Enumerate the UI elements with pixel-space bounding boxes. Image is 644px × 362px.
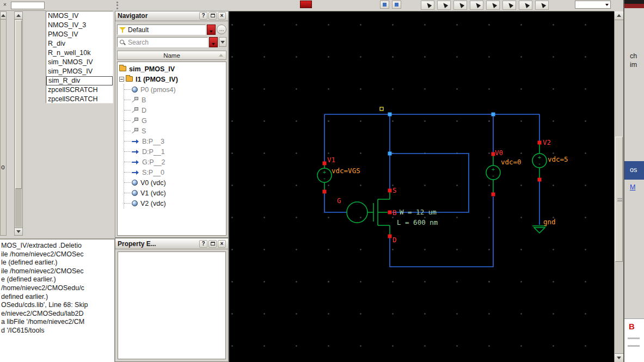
search-combo[interactable]: Search — [117, 37, 208, 47]
scrollbar-thumb[interactable] — [15, 20, 22, 189]
cursor-tool-button[interactable] — [502, 1, 516, 10]
scroll-up-button[interactable] — [1, 12, 6, 20]
tree-item[interactable]: V0 (vdc) — [124, 177, 226, 188]
folder-icon — [126, 76, 133, 82]
tree-item-label: sim_PMOS_IV — [129, 65, 175, 73]
link-fragment[interactable]: M — [630, 183, 635, 191]
pin-icon — [132, 97, 139, 103]
cell-list-item[interactable]: R_div — [46, 39, 113, 48]
close-button[interactable]: × — [218, 12, 226, 20]
tree-item[interactable]: S — [124, 126, 226, 136]
schematic-canvas[interactable]: + - + - + - — [229, 11, 614, 362]
list-scrollbar[interactable] — [14, 11, 23, 236]
help-button[interactable]: ? — [199, 12, 207, 20]
pin-icon — [132, 118, 139, 124]
tree-item[interactable]: G:P__2 — [124, 157, 226, 167]
tree-item[interactable]: V2 (vdc) — [124, 198, 226, 208]
scrollbar-thumb[interactable] — [615, 137, 623, 262]
cursor-tool-button[interactable] — [535, 1, 549, 10]
instance-icon — [132, 190, 138, 196]
close-icon[interactable]: × — [3, 2, 7, 8]
log-line: ile /home/nievec2/CMOSec — [1, 267, 114, 276]
property-editor-titlebar[interactable]: Property E... ? × — [115, 238, 228, 249]
tree-item-label: G:P__2 — [142, 158, 165, 166]
cell-list-item[interactable]: PMOS_IV — [46, 30, 113, 39]
window-fragment-top-left: × — [0, 0, 46, 11]
scroll-down-button[interactable] — [15, 228, 22, 235]
tree-item-label: P0 (pmos4) — [140, 86, 176, 94]
tree-item[interactable]: B:P__3 — [124, 136, 226, 146]
scroll-down-button[interactable] — [615, 353, 623, 362]
cell-list-item[interactable]: R_n_well_10k — [46, 48, 113, 58]
property-editor-body[interactable] — [118, 251, 226, 359]
text-placeholder — [628, 338, 640, 339]
search-dropdown-button[interactable] — [209, 37, 218, 47]
tree-item[interactable]: D — [124, 105, 226, 115]
filter-combo[interactable]: Default — [117, 24, 206, 35]
label-source: S — [392, 186, 397, 194]
pin-square — [323, 190, 327, 194]
tree-item[interactable]: S:P__0 — [124, 167, 226, 177]
toolbar-icon-fragment[interactable] — [392, 1, 401, 9]
search-options-button[interactable] — [219, 37, 226, 47]
tree-item-instance-i1[interactable]: I1 (PMOS_IV) — [119, 74, 226, 84]
log-output[interactable]: MOS_IV/extracted .Deletio ile /home/niev… — [0, 238, 115, 362]
log-line: OSedu/cds.lib', Line 68: Skip — [1, 301, 114, 310]
cursor-tool-button[interactable] — [470, 1, 483, 10]
canvas-scrollbar[interactable] — [614, 11, 623, 362]
navigator-tree[interactable]: sim_PMOS_IV I1 (PMOS_IV) P0 (pmos4) B D … — [117, 62, 226, 236]
scroll-up-button[interactable] — [615, 11, 623, 20]
close-button[interactable]: × — [218, 240, 226, 248]
tree-item[interactable]: D:P__1 — [124, 146, 226, 157]
filter-dropdown-button[interactable] — [207, 24, 216, 35]
pin-square — [323, 162, 327, 165]
tree-item[interactable]: V1 (vdc) — [124, 188, 226, 198]
cell-list-item[interactable]: zpcellSCRATCH — [46, 85, 113, 95]
float-icon — [211, 14, 215, 17]
background-window-sliver: ch im os M B — [623, 0, 644, 362]
toolbar-icon-fragment[interactable] — [380, 1, 389, 9]
cell-list-item[interactable]: sim_NMOS_IV — [46, 58, 113, 67]
cell-list-item[interactable]: NMOS_IV — [46, 11, 113, 21]
float-button[interactable] — [208, 240, 217, 248]
text-field-fragment[interactable] — [11, 2, 45, 9]
float-icon — [211, 242, 215, 246]
tree-item-top-cell[interactable]: sim_PMOS_IV — [119, 64, 226, 74]
cell-list-item[interactable]: zpcellSCRATCH — [46, 95, 113, 103]
pin-icon — [132, 128, 139, 134]
browse-button[interactable]: ... — [217, 24, 226, 34]
help-button[interactable]: ? — [199, 240, 207, 248]
scroll-up-button[interactable] — [15, 12, 22, 20]
cursor-tool-button[interactable] — [437, 1, 451, 10]
scrollbar-track[interactable] — [15, 189, 22, 227]
float-button[interactable] — [208, 12, 217, 20]
cell-list-item-selected[interactable]: sim_R_div — [46, 76, 113, 85]
cursor-tool-button[interactable] — [453, 1, 467, 10]
tree-item[interactable]: G — [124, 115, 226, 126]
pmos-transistor — [367, 192, 390, 235]
collapse-icon[interactable] — [119, 77, 124, 82]
label-gnd: gnd — [543, 218, 556, 226]
cursor-tool-button[interactable] — [486, 1, 500, 10]
pin-square — [388, 211, 392, 214]
toolbar-drag-handle[interactable] — [116, 2, 118, 9]
cell-list-item[interactable]: sim_PMOS_IV — [46, 67, 113, 76]
instance-icon — [132, 200, 138, 206]
toolbar-combo-fragment[interactable] — [575, 1, 611, 9]
scrollbar-left-edge[interactable] — [0, 11, 7, 236]
navigator-titlebar[interactable]: Navigator ? × — [115, 10, 228, 21]
cell-list[interactable]: NMOS_IV NMOS_IV_3 PMOS_IV R_div R_n_well… — [46, 11, 113, 103]
pin-square — [388, 235, 392, 238]
toolbar-red-dropdown-fragment[interactable] — [300, 1, 312, 8]
window-edge-bar-red — [624, 4, 644, 8]
tree-item[interactable]: P0 (pmos4) — [124, 84, 226, 95]
log-line: MOS_IV/extracted .Deletio — [1, 242, 114, 250]
tree-item-label: D:P__1 — [142, 148, 165, 156]
plus-mark: + — [538, 155, 541, 161]
cell-list-item[interactable]: NMOS_IV_3 — [46, 21, 113, 30]
cursor-tool-button[interactable] — [421, 1, 434, 10]
wires[interactable] — [324, 114, 539, 267]
cursor-tool-button[interactable] — [519, 1, 532, 10]
tree-item[interactable]: B — [124, 95, 226, 105]
name-column-header[interactable]: Name — [117, 51, 226, 60]
